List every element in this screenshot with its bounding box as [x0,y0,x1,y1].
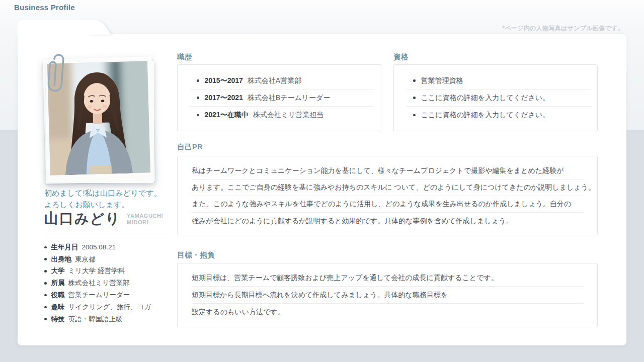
career-box: 2015〜2017 株式会社A営業部 2017〜2021 株式会社Bチームリーダ… [177,64,381,131]
qualification-row: ここに資格の詳細を入力してください。 [406,89,591,107]
detail-label: 役職 [51,291,65,300]
section-title-goals: 目標・抱負 [177,250,215,260]
detail-label: 大学 [51,266,65,276]
self-pr-line: また、このような強みやスキルを仕事でどのように活用し、どのような成果を生み出せる… [192,196,583,213]
goal-line: 短期目標から長期目標へ流れを決めて作成してみましょう。具体的な職務目標を [192,287,583,304]
bullet-icon [44,294,47,297]
career-detail: 株式会社Bチームリーダー [248,94,331,103]
career-period: 2017〜2021 [205,94,243,103]
bullet-icon [44,246,47,249]
bullet-icon [197,79,199,82]
qualification-text: ここに資格の詳細を入力してください。 [421,111,550,120]
detail-value: 東京都 [75,255,96,264]
bullet-icon [44,318,47,320]
detail-label: 出身地 [51,255,72,264]
detail-row-university: 大学 ミリ大学 経営学科 [44,265,175,278]
section-title-qualifications: 資格 [393,52,409,62]
detail-row-birthdate: 生年月日 2005.08.21 [44,241,175,253]
qualification-row: 営業管理資格 [406,72,591,89]
section-title-self-pr: 自己PR [177,142,203,152]
name-divider [44,237,169,237]
self-pr-line: あります。ここでご自身の経験を基に強みやお持ちのスキルに ついて、どのようにして… [192,179,583,196]
detail-value: 英語・韓国語上級 [68,315,123,324]
career-detail: 株式会社ミリ営業担当 [253,111,324,120]
detail-row-hobby: 趣味 サイクリング、旅行、ヨガ [44,301,175,313]
detail-row-skill: 特技 英語・韓国語上級 [44,313,175,325]
detail-label: 特技 [51,315,65,324]
self-pr-line: 強みが会社にどのように貢献するか説明すると効果的です。具体的な事例を含めて作成し… [192,213,583,229]
career-period: 2015〜2017 [205,76,243,85]
bullet-icon [44,270,47,273]
bullet-icon [413,97,416,99]
goals-box: 短期目標は、営業チームで顧客誘致および売上アップを通して会社の成長に貢献すること… [177,263,598,327]
career-detail: 株式会社A営業部 [248,76,301,85]
greeting-text: 初めまして!私は山口みどりです。 よろしくお願いします。 [44,187,183,210]
qualification-row: ここに資格の詳細を入力してください。 [406,107,591,124]
bullet-icon [44,258,47,260]
detail-value: サイクリング、旅行、ヨガ [68,303,151,312]
personal-details-list: 生年月日 2005.08.21 出身地 東京都 大学 ミリ大学 経営学科 所属 … [44,241,175,325]
self-pr-box: 私はチームワークとコミュニケーション能力を基にして、様々なチームプロジェクトで撮… [177,156,598,235]
career-row: 2015〜2017 株式会社A営業部 [190,72,375,89]
detail-value: 株式会社ミリ営業部 [68,279,130,288]
tab-business-profile[interactable] [18,20,93,35]
name-romaji-line-2: MIDORI [127,219,163,226]
detail-label: 趣味 [51,303,65,312]
career-row: 2017〜2021 株式会社Bチームリーダー [190,89,375,107]
greeting-line-1: 初めまして!私は山口みどりです。 [44,187,183,199]
qualification-text: 営業管理資格 [421,76,463,85]
name-block: 山口みどり YAMAGUCHI MIDORI [44,210,163,227]
detail-row-affiliation: 所属 株式会社ミリ営業部 [44,277,175,289]
tab-business-profile-label: Business Profile [14,3,75,12]
detail-value: 2005.08.21 [82,243,116,251]
greeting-line-2: よろしくお願いします。 [44,199,183,210]
goal-line: 短期目標は、営業チームで顧客誘致および売上アップを通して会社の成長に貢献すること… [192,269,583,287]
detail-value: ミリ大学 経営学科 [68,266,125,276]
self-pr-line: 私はチームワークとコミュニケーション能力を基にして、様々なチームプロジェクトで撮… [192,163,583,179]
detail-row-position: 役職 営業チームリーダー [44,289,175,301]
detail-row-hometown: 出身地 東京都 [44,253,175,265]
name-japanese: 山口みどり [44,210,121,227]
qualification-text: ここに資格の詳細を入力してください。 [421,94,550,103]
bullet-icon [413,114,416,117]
name-romaji-line-1: YAMAGUCHI [127,213,163,219]
bullet-icon [197,114,199,117]
bullet-icon [197,97,199,99]
detail-label: 所属 [51,279,65,288]
name-romaji: YAMAGUCHI MIDORI [127,213,163,227]
bullet-icon [44,282,47,285]
detail-value: 営業チームリーダー [68,291,130,300]
profile-card: 初めまして!私は山口みどりです。 よろしくお願いします。 山口みどり YAMAG… [18,34,626,345]
sample-image-disclaimer: *ページ内の人物写真はサンプル画像です。 [503,24,624,33]
bullet-icon [413,79,416,82]
career-row: 2021〜在職中 株式会社ミリ営業担当 [190,107,375,124]
qualifications-box: 営業管理資格 ここに資格の詳細を入力してください。 ここに資格の詳細を入力してく… [393,64,598,131]
paperclip-icon [45,48,71,98]
section-title-career: 職歴 [177,52,192,62]
detail-label: 生年月日 [51,243,78,252]
bullet-icon [44,306,47,309]
goal-line: 設定するのもいい方法です。 [192,304,583,321]
career-period: 2021〜在職中 [205,111,249,120]
